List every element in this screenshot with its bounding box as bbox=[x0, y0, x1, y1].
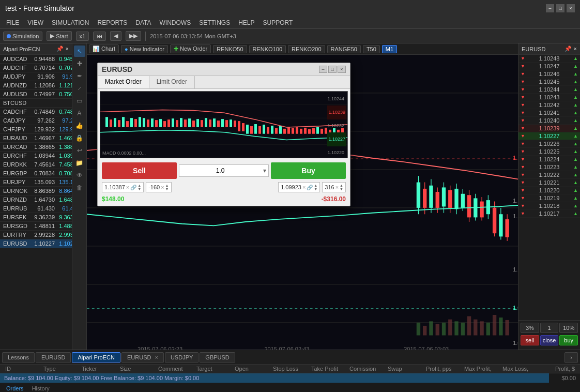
menu-simulation[interactable]: SIMULATION bbox=[48, 18, 93, 27]
quantity-input[interactable] bbox=[179, 165, 261, 176]
order-dialog-maximize[interactable]: □ bbox=[328, 66, 337, 73]
scroll-right-icon[interactable]: › bbox=[564, 352, 578, 363]
order-dialog-close[interactable]: × bbox=[338, 66, 346, 73]
list-item[interactable]: EURDKK7.456147.45856 bbox=[0, 160, 72, 169]
chart-button[interactable]: 📊 Chart bbox=[89, 44, 119, 53]
pin-icon[interactable]: 📌 bbox=[56, 46, 64, 52]
simulation-button[interactable]: Simulation bbox=[3, 32, 42, 41]
quick-sell-button[interactable]: sell bbox=[521, 335, 539, 345]
qty-arrow-down[interactable]: ▾ bbox=[261, 167, 268, 174]
buy-button[interactable]: Buy bbox=[271, 162, 346, 179]
list-item[interactable]: EURGBP0.708340.70853 bbox=[0, 169, 72, 178]
order-dialog-minimize[interactable]: – bbox=[319, 66, 327, 73]
speed-button[interactable]: x1 bbox=[76, 32, 89, 41]
new-order-button[interactable]: ✚ New Order bbox=[170, 44, 211, 53]
sell-price-clear[interactable]: × bbox=[126, 184, 129, 190]
list-item[interactable]: EURCAD1.388651.38898 bbox=[0, 143, 72, 152]
folder-tool[interactable]: 📁 bbox=[74, 157, 85, 169]
buy-pips-down-arrow[interactable]: ▼ bbox=[340, 187, 343, 191]
delete-tool[interactable]: 🗑 bbox=[74, 182, 85, 193]
minimize-button[interactable]: – bbox=[546, 4, 554, 12]
menu-support[interactable]: SUPPORT bbox=[259, 18, 297, 27]
rect-tool[interactable]: ▭ bbox=[74, 95, 85, 107]
sell-price-down-arrow[interactable]: ▼ bbox=[138, 187, 141, 191]
buy-price-clear[interactable]: × bbox=[302, 184, 306, 190]
list-item[interactable]: AUDCAD0.944880.94506 bbox=[0, 55, 72, 64]
like-tool[interactable]: 👍 bbox=[74, 120, 85, 131]
renko50-tab[interactable]: RENKO50 bbox=[213, 45, 247, 53]
prev-button[interactable]: ◀ bbox=[110, 31, 121, 41]
sell-price-up-arrow[interactable]: ▲ bbox=[138, 184, 141, 187]
eye-tool[interactable]: 👁 bbox=[74, 170, 85, 181]
list-item[interactable]: EURNZD1.647301.64803 bbox=[0, 195, 72, 204]
sell-pips-down-arrow[interactable]: ▼ bbox=[165, 187, 169, 191]
list-item[interactable]: CHFJPY129.932129.965 bbox=[0, 125, 72, 134]
menu-help[interactable]: HELP bbox=[234, 18, 258, 27]
list-item[interactable]: EURJPY135.093135.113 bbox=[0, 178, 72, 187]
tab-usdjpy[interactable]: USDJPY bbox=[165, 352, 199, 363]
menu-view[interactable]: VIEW bbox=[23, 18, 48, 27]
start-button[interactable]: ▶ Start bbox=[47, 31, 71, 41]
close-right-icon[interactable]: × bbox=[574, 46, 577, 52]
next-fast-button[interactable]: ▶▶ bbox=[126, 31, 141, 41]
tab-limit-order[interactable]: Limit Order bbox=[149, 76, 195, 88]
sell-pips-up-arrow[interactable]: ▲ bbox=[165, 184, 169, 187]
list-item[interactable]: AUDCHF0.707140.70748 bbox=[0, 64, 72, 72]
list-item[interactable]: CADJPY97.26297.281 bbox=[0, 116, 72, 125]
prev-fast-button[interactable]: ⏮ bbox=[93, 32, 106, 41]
cursor-tool[interactable]: ↖ bbox=[74, 46, 85, 57]
buy-price-link-icon[interactable]: 🔗 bbox=[307, 185, 313, 190]
lock-tool[interactable]: 🔒 bbox=[74, 132, 85, 144]
list-item[interactable]: CADCHF0.748490.74870 bbox=[0, 108, 72, 116]
renko100-tab[interactable]: RENKO100 bbox=[249, 45, 286, 53]
tab-close-icon[interactable]: × bbox=[155, 354, 158, 360]
list-item[interactable]: EURUSD1.102271.10239 bbox=[0, 239, 72, 248]
sell-price-link-icon[interactable]: 🔗 bbox=[130, 185, 136, 190]
buy-price-down-arrow[interactable]: ▼ bbox=[314, 187, 317, 191]
qty-button[interactable]: 1 bbox=[540, 323, 559, 333]
line-tool[interactable]: ⟋ bbox=[74, 83, 85, 94]
pin-right-icon[interactable]: 📌 bbox=[564, 46, 572, 52]
tab-eurusd-2[interactable]: EURUSD × bbox=[121, 352, 164, 363]
t50-tab[interactable]: T50 bbox=[363, 45, 380, 53]
tab-eurusd-1[interactable]: EURUSD bbox=[36, 352, 71, 363]
orders-tab[interactable]: Orders bbox=[4, 385, 26, 392]
quick-buy-button[interactable]: buy bbox=[559, 335, 578, 345]
list-item[interactable]: EURTRY2.992282.99376 bbox=[0, 231, 72, 239]
pen-tool[interactable]: ✒ bbox=[74, 70, 85, 82]
list-item[interactable]: AUDJPY91.90691.929 bbox=[0, 72, 72, 81]
list-item[interactable]: EURRUB61.43061.431 bbox=[0, 204, 72, 213]
m1-tab[interactable]: M1 bbox=[382, 45, 397, 53]
tab-gbpusd[interactable]: GBPUSD bbox=[200, 352, 235, 363]
list-item[interactable]: AUDNZD1.120861.12127 bbox=[0, 81, 72, 90]
text-tool[interactable]: A bbox=[74, 108, 85, 119]
pct-button[interactable]: 3% bbox=[521, 323, 539, 333]
quick-close-button[interactable]: close bbox=[540, 335, 559, 345]
list-item[interactable]: EURNOK8.863898.86427 bbox=[0, 187, 72, 195]
buy-pips-up-arrow[interactable]: ▲ bbox=[340, 184, 343, 187]
close-panel-icon[interactable]: × bbox=[66, 46, 69, 52]
maximize-button[interactable]: □ bbox=[556, 4, 564, 12]
menu-file[interactable]: FILE bbox=[2, 18, 23, 27]
list-item[interactable]: EURCHF1.039441.03974 bbox=[0, 152, 72, 160]
undo-tool[interactable]: ↩ bbox=[74, 145, 85, 156]
close-button[interactable]: × bbox=[567, 4, 575, 12]
new-indicator-button[interactable]: ● New Indicator bbox=[121, 45, 168, 53]
range50-tab[interactable]: RANGE50 bbox=[327, 45, 361, 53]
menu-data[interactable]: DATA bbox=[131, 18, 155, 27]
list-item[interactable]: EURSEK9.362399.36356 bbox=[0, 213, 72, 222]
menu-windows[interactable]: WINDOWS bbox=[156, 18, 195, 27]
crosshair-tool[interactable]: ✚ bbox=[74, 58, 85, 69]
buy-pips-clear[interactable]: × bbox=[335, 184, 339, 190]
history-tab[interactable]: History bbox=[30, 385, 52, 392]
menu-reports[interactable]: REPORTS bbox=[93, 18, 131, 27]
tab-market-order[interactable]: Market Order bbox=[98, 76, 149, 88]
list-item[interactable]: EURSGD1.488111.48861 bbox=[0, 222, 72, 231]
tab-alpari-proecn[interactable]: Alpari ProECN bbox=[72, 352, 120, 363]
sell-pips-clear[interactable]: × bbox=[161, 184, 164, 190]
buy-price-up-arrow[interactable]: ▲ bbox=[314, 184, 317, 187]
list-item[interactable]: EURAUD1.469671.46996 bbox=[0, 134, 72, 143]
tab-lessons[interactable]: Lessons bbox=[2, 352, 35, 363]
list-item[interactable]: AUDUSD0.749970.75004 bbox=[0, 90, 72, 99]
pct2-button[interactable]: 10% bbox=[559, 323, 578, 333]
